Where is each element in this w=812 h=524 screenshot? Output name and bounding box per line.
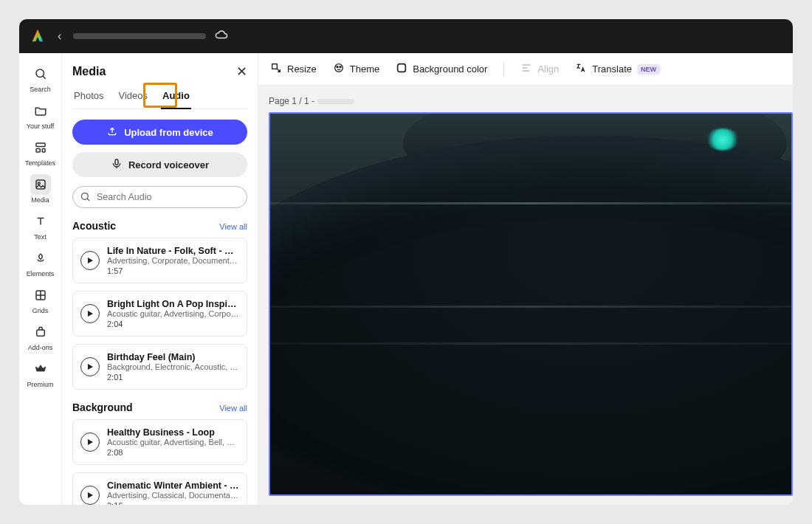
audio-track-item[interactable]: Cinematic Winter Ambient - Loop Advertis…	[72, 472, 247, 505]
media-tabs: Photos Videos Audio	[72, 90, 247, 109]
resize-label: Resize	[287, 63, 317, 75]
track-title: Healthy Business - Loop	[107, 427, 239, 438]
page-name-placeholder[interactable]	[317, 99, 354, 104]
play-button[interactable]	[80, 304, 100, 323]
theme-icon	[333, 62, 345, 76]
track-title: Bright Light On A Pop Inspiratio…	[107, 299, 239, 309]
tab-photos[interactable]: Photos	[72, 90, 105, 108]
audio-track-item[interactable]: Birthday Feel (Main) Background, Electro…	[72, 344, 247, 390]
app-body: Search Your stuff Templates Media Text E	[19, 53, 793, 505]
play-button[interactable]	[80, 486, 100, 505]
rail-label: Your stuff	[27, 123, 55, 130]
canvas-artwork	[269, 136, 793, 496]
templates-icon	[30, 137, 51, 158]
rail-label: Templates	[25, 159, 55, 167]
svg-rect-4	[42, 149, 45, 153]
background-label: Background color	[413, 63, 487, 75]
svg-point-16	[337, 66, 338, 68]
track-scroll-area[interactable]: Acoustic View all Life In Nature - Folk,…	[72, 208, 247, 505]
svg-point-17	[340, 66, 341, 68]
background-color-button[interactable]: Background color	[396, 62, 487, 76]
microphone-icon	[111, 158, 123, 172]
play-button[interactable]	[80, 251, 100, 270]
record-label: Record voiceover	[128, 159, 209, 170]
upload-icon	[106, 125, 118, 139]
svg-line-13	[87, 199, 89, 201]
rail-label: Elements	[27, 270, 55, 277]
align-label: Align	[537, 63, 559, 75]
play-button[interactable]	[80, 432, 100, 452]
audio-track-item[interactable]: Bright Light On A Pop Inspiratio… Acoust…	[72, 291, 247, 337]
rail-label: Premium	[27, 381, 53, 388]
rail-label: Search	[30, 86, 51, 93]
track-tags: Advertising, Classical, Documentary, Dr…	[107, 491, 239, 500]
rail-item-elements[interactable]: Elements	[22, 245, 59, 280]
theme-label: Theme	[350, 63, 379, 75]
svg-line-1	[43, 76, 46, 79]
track-duration: 2:01	[107, 373, 239, 382]
tab-audio[interactable]: Audio	[161, 90, 191, 108]
rail-item-templates[interactable]: Templates	[22, 134, 59, 170]
cloud-sync-icon[interactable]	[215, 28, 228, 44]
rail-item-text[interactable]: Text	[22, 208, 59, 244]
page-indicator: Page 1 / 1 -	[269, 96, 793, 106]
text-icon	[30, 211, 51, 232]
rail-label: Add-ons	[28, 344, 53, 351]
rail-item-premium[interactable]: Premium	[22, 356, 59, 391]
upload-button[interactable]: Upload from device	[72, 120, 247, 145]
app-logo-icon	[30, 28, 46, 44]
audio-track-item[interactable]: Healthy Business - Loop Acoustic guitar,…	[72, 419, 247, 465]
align-button: Align	[520, 62, 559, 76]
track-title: Birthday Feel (Main)	[107, 352, 239, 362]
theme-button[interactable]: Theme	[333, 62, 379, 76]
rail-label: Grids	[32, 307, 49, 314]
canvas-toolbar: Resize Theme Background color Align	[258, 53, 793, 86]
top-bar: ‹	[19, 19, 793, 53]
canvas-artwork	[270, 306, 791, 308]
resize-icon	[270, 62, 282, 76]
premium-icon	[30, 359, 51, 379]
rail-item-media[interactable]: Media	[22, 171, 59, 207]
search-icon	[30, 63, 51, 84]
elements-icon	[30, 248, 51, 269]
track-tags: Background, Electronic, Acoustic, Folk, …	[107, 362, 239, 371]
svg-point-6	[38, 182, 40, 185]
view-all-link[interactable]: View all	[219, 404, 247, 413]
design-canvas[interactable]	[269, 112, 793, 496]
canvas-area: Resize Theme Background color Align	[258, 53, 793, 505]
background-icon	[396, 62, 407, 76]
search-audio-input[interactable]	[72, 186, 247, 208]
audio-track-item[interactable]: Life In Nature - Folk, Soft - Loop Adver…	[72, 238, 247, 283]
canvas-artwork	[270, 202, 791, 204]
track-tags: Advertising, Corporate, Documentary, D…	[107, 256, 239, 265]
track-duration: 2:08	[107, 448, 239, 457]
rail-item-grids[interactable]: Grids	[22, 282, 59, 317]
align-icon	[520, 62, 532, 76]
section-title: Background	[72, 401, 133, 413]
search-icon	[80, 191, 91, 205]
rail-label: Media	[31, 196, 49, 204]
resize-button[interactable]: Resize	[270, 62, 317, 76]
translate-label: Translate	[592, 63, 632, 75]
rail-item-your-stuff[interactable]: Your stuff	[22, 97, 59, 133]
record-voiceover-button[interactable]: Record voiceover	[72, 152, 247, 177]
close-panel-button[interactable]: ✕	[236, 63, 247, 80]
track-duration: 1:57	[107, 266, 239, 275]
translate-button[interactable]: Translate NEW	[575, 62, 660, 76]
panel-title: Media	[72, 65, 106, 78]
play-button[interactable]	[80, 357, 100, 376]
upload-label: Upload from device	[124, 127, 213, 138]
media-panel: Media ✕ Photos Videos Audio Upload from …	[62, 53, 258, 505]
back-button[interactable]: ‹	[55, 30, 64, 43]
document-title-placeholder[interactable]	[73, 33, 206, 39]
app-window: ‹ Search Your stuff Templates Media	[19, 19, 793, 505]
rail-item-search[interactable]: Search	[22, 61, 59, 96]
svg-point-12	[82, 193, 89, 200]
view-all-link[interactable]: View all	[219, 222, 247, 231]
translate-icon	[575, 62, 587, 76]
canvas-artwork	[270, 342, 791, 345]
svg-rect-3	[36, 149, 40, 153]
rail-item-addons[interactable]: Add-ons	[22, 319, 59, 354]
tab-videos[interactable]: Videos	[117, 90, 149, 108]
folder-icon	[30, 100, 51, 121]
